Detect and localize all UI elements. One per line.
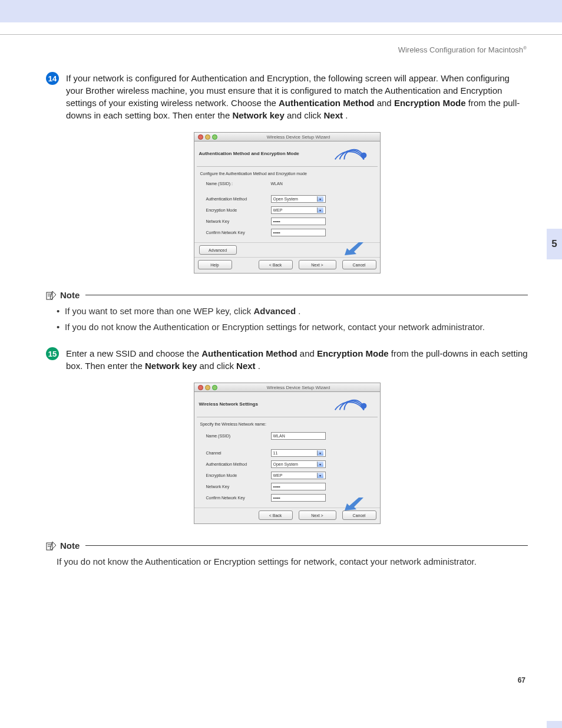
t: Authentication Method bbox=[279, 98, 374, 108]
t: . bbox=[345, 110, 348, 120]
window-title: Wireless Device Setup Wizard bbox=[217, 134, 380, 140]
ssid-label: Name (SSID) bbox=[200, 434, 271, 438]
dialog-instruction: Specify the Wireless Network name: bbox=[200, 422, 374, 426]
t: and bbox=[300, 348, 317, 358]
screenshot-wireless-network-settings-dialog: Wireless Device Setup Wizard Wireless Ne… bbox=[194, 383, 381, 524]
t: and bbox=[377, 98, 394, 108]
pointer-arrow-icon bbox=[345, 498, 363, 510]
minimize-dot-icon[interactable] bbox=[205, 134, 210, 140]
t: Network key bbox=[145, 361, 197, 371]
svg-point-0 bbox=[361, 153, 366, 157]
header-title: Wireless Configuration for Macintosh bbox=[398, 45, 523, 54]
back-button[interactable]: < Back bbox=[259, 510, 293, 520]
step-14-text: If your network is configured for Authen… bbox=[66, 72, 528, 121]
dropdown-arrow-icon: ▾ bbox=[317, 196, 323, 202]
svg-marker-1 bbox=[345, 242, 363, 255]
bullet-icon: • bbox=[57, 305, 65, 317]
note-pencil-icon bbox=[46, 541, 57, 551]
t: Network key bbox=[232, 110, 284, 120]
auth-method-select[interactable]: Open System▾ bbox=[271, 460, 326, 468]
zoom-dot-icon[interactable] bbox=[212, 385, 217, 390]
advanced-button[interactable]: Advanced bbox=[199, 245, 237, 255]
t: . bbox=[258, 361, 260, 371]
v: ••••• bbox=[273, 219, 280, 223]
v: WEP bbox=[273, 208, 283, 212]
close-dot-icon[interactable] bbox=[198, 134, 203, 140]
dialog-heading: Wireless Network Settings bbox=[199, 401, 329, 407]
note-pencil-icon bbox=[46, 291, 57, 300]
dialog-instruction: Configure the Authentication Method and … bbox=[200, 172, 374, 176]
t: Encryption Mode bbox=[394, 98, 466, 108]
registered-mark: ® bbox=[523, 45, 527, 51]
t: If you do not know the Authentication or… bbox=[65, 321, 485, 333]
close-dot-icon[interactable] bbox=[198, 385, 203, 390]
t: If you do not know the Authentication or… bbox=[57, 556, 477, 566]
cancel-button[interactable]: Cancel bbox=[342, 260, 376, 269]
t: Authentication Method bbox=[201, 348, 297, 358]
svg-marker-6 bbox=[345, 498, 363, 510]
t: Encryption Mode bbox=[317, 348, 389, 358]
next-button[interactable]: Next > bbox=[299, 510, 336, 520]
dropdown-arrow-icon: ▾ bbox=[317, 462, 323, 467]
window-title: Wireless Device Setup Wizard bbox=[217, 385, 380, 390]
network-key-input[interactable]: ••••• bbox=[271, 218, 326, 225]
chapter-tab: 5 bbox=[547, 229, 562, 259]
dialog-heading: Authentication Method and Encryption Mod… bbox=[199, 151, 329, 156]
t: Advanced bbox=[253, 306, 296, 316]
v: Open System bbox=[273, 197, 298, 201]
t: If you want to set more than one WEP key… bbox=[65, 306, 253, 316]
confirm-key-label: Confirm Network Key bbox=[200, 496, 271, 500]
pointer-arrow-icon bbox=[345, 242, 363, 255]
confirm-key-input[interactable]: ••••• bbox=[271, 229, 326, 236]
v: ••••• bbox=[273, 496, 280, 500]
encryption-mode-select[interactable]: WEP▾ bbox=[271, 472, 326, 479]
confirm-key-input[interactable]: ••••• bbox=[271, 494, 326, 502]
auth-method-select[interactable]: Open System▾ bbox=[271, 195, 326, 203]
minimize-dot-icon[interactable] bbox=[205, 385, 210, 390]
t: Enter a new SSID and choose the bbox=[66, 348, 201, 358]
channel-label: Channel bbox=[200, 451, 271, 455]
encryption-mode-select[interactable]: WEP▾ bbox=[271, 206, 326, 214]
channel-select[interactable]: 11▾ bbox=[271, 449, 326, 457]
ssid-input[interactable]: WLAN bbox=[271, 432, 326, 440]
auth-method-label: Authentication Method bbox=[200, 462, 271, 466]
t: Next bbox=[324, 110, 343, 120]
v: 11 bbox=[273, 451, 278, 455]
note-body-1: • If you want to set more than one WEP k… bbox=[57, 305, 528, 333]
window-control-dots bbox=[194, 385, 217, 390]
mac-titlebar: Wireless Device Setup Wizard bbox=[194, 383, 380, 392]
ssid-value: WLAN bbox=[271, 182, 283, 186]
step-15-text: Enter a new SSID and choose the Authenti… bbox=[66, 347, 528, 372]
cancel-button[interactable]: Cancel bbox=[342, 510, 376, 520]
step-14: 14 If your network is configured for Aut… bbox=[46, 72, 528, 121]
window-control-dots bbox=[194, 134, 217, 140]
ssid-label: Name (SSID) : bbox=[200, 182, 271, 186]
dropdown-arrow-icon: ▾ bbox=[317, 450, 323, 456]
svg-point-5 bbox=[361, 403, 366, 408]
running-header: Wireless Configuration for Macintosh® bbox=[0, 35, 562, 72]
v: Open System bbox=[273, 462, 298, 466]
note-label: Note bbox=[60, 541, 80, 551]
v: ••••• bbox=[273, 485, 280, 489]
note-heading: Note bbox=[46, 541, 528, 551]
help-button[interactable]: Help bbox=[198, 260, 232, 269]
note-rule bbox=[85, 545, 528, 546]
wireless-logo-icon bbox=[329, 145, 375, 162]
network-key-label: Network Key bbox=[200, 219, 271, 223]
t: . bbox=[298, 306, 300, 316]
step-15-number: 15 bbox=[46, 347, 59, 360]
network-key-input[interactable]: ••••• bbox=[271, 483, 326, 490]
zoom-dot-icon[interactable] bbox=[212, 134, 217, 140]
encryption-mode-label: Encryption Mode bbox=[200, 208, 271, 212]
dropdown-arrow-icon: ▾ bbox=[317, 207, 323, 213]
step-15: 15 Enter a new SSID and choose the Authe… bbox=[46, 347, 528, 372]
t: Next bbox=[236, 361, 256, 371]
next-button[interactable]: Next > bbox=[299, 260, 336, 269]
back-button[interactable]: < Back bbox=[259, 260, 293, 269]
top-accent-bar bbox=[0, 0, 562, 22]
note-rule bbox=[85, 295, 528, 295]
step-14-number: 14 bbox=[46, 72, 59, 85]
t: and click bbox=[200, 361, 237, 371]
encryption-mode-label: Encryption Mode bbox=[200, 473, 271, 477]
page-number: 67 bbox=[0, 605, 562, 684]
